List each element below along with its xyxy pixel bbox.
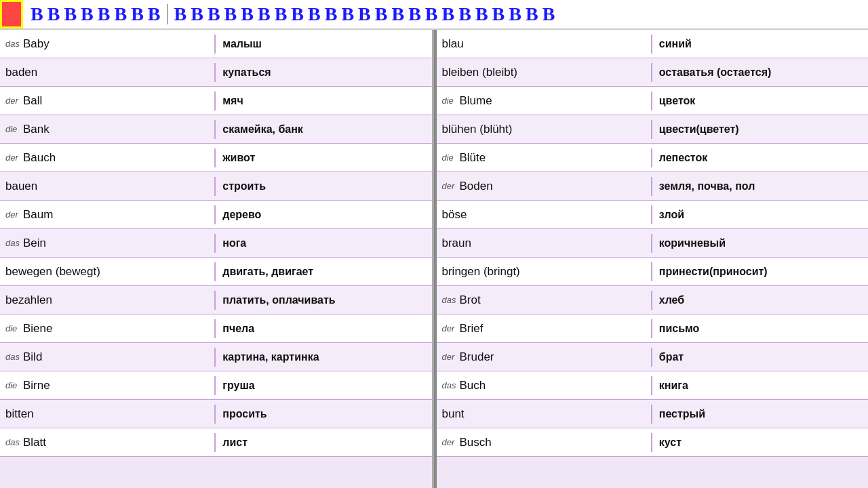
german-cell: derBrief <box>437 319 652 338</box>
german-word: Blume <box>460 94 492 108</box>
russian-translation: пестрый <box>652 405 868 423</box>
german-cell: derBruder <box>437 348 652 367</box>
page: BBBBBBBBBBBBBBBBBBBBBBBBBBBBBBB dasBabyм… <box>0 0 868 488</box>
b-letter: B <box>275 3 288 25</box>
table-row: dieBlumeцветок <box>437 87 869 115</box>
german-cell: derBoden <box>437 177 652 196</box>
b-letter: B <box>308 3 321 25</box>
article: das <box>5 39 20 49</box>
german-word: baden <box>5 66 37 79</box>
b-letter: B <box>425 3 438 25</box>
russian-translation: оставатья (остается) <box>652 64 868 81</box>
russian-translation: груша <box>216 377 431 394</box>
table-row: dieBankскамейка, банк <box>0 115 432 144</box>
russian-translation: просить <box>216 405 431 423</box>
table-row: derBuschкуст <box>437 428 869 457</box>
article: das <box>5 437 20 447</box>
russian-translation: платить, оплачивать <box>216 291 431 309</box>
russian-translation: лепесток <box>652 149 868 167</box>
article: das <box>442 380 457 390</box>
b-letter: B <box>258 3 271 25</box>
german-cell: bleiben (bleibt) <box>437 63 652 82</box>
article: der <box>442 323 457 333</box>
russian-translation: хлеб <box>652 291 868 309</box>
german-word: Brot <box>460 293 481 307</box>
german-word: Baby <box>23 37 50 51</box>
german-word: Buch <box>460 379 486 392</box>
article: der <box>5 96 20 106</box>
german-word: bauen <box>5 180 37 193</box>
german-cell: derBall <box>0 92 216 110</box>
german-word: Bild <box>23 350 42 364</box>
russian-translation: мяч <box>216 92 431 110</box>
b-letter: B <box>542 3 555 25</box>
b-letter: B <box>509 3 521 25</box>
russian-translation: пчела <box>216 320 431 338</box>
b-letter: B <box>114 3 127 25</box>
russian-translation: коричневый <box>652 235 868 252</box>
german-cell: bringen (bringt) <box>437 262 652 281</box>
russian-translation: нога <box>216 235 431 252</box>
german-word: braun <box>442 237 471 250</box>
russian-translation: строить <box>216 178 431 195</box>
german-cell: dasBild <box>0 348 216 367</box>
russian-translation: малыш <box>216 35 431 53</box>
b-letter: B <box>375 3 388 25</box>
german-word: Bruder <box>460 350 494 364</box>
german-cell: blühen (blüht) <box>437 120 652 139</box>
german-word: blau <box>442 37 464 51</box>
russian-translation: принести(приносит) <box>652 263 868 281</box>
article: das <box>442 295 457 305</box>
table-row: derBriefписьмо <box>437 314 869 343</box>
b-letter: B <box>64 3 77 25</box>
article: die <box>5 380 20 390</box>
article: das <box>5 238 20 248</box>
main-content: dasBabyмалышbadenкупатьсяderBallмячdieBa… <box>0 30 868 488</box>
german-cell: bauen <box>0 177 216 196</box>
b-letter: B <box>391 3 404 25</box>
table-row: dasBlattлист <box>0 428 432 457</box>
russian-translation: брат <box>652 348 868 366</box>
russian-translation: земля, почва, пол <box>652 178 868 195</box>
b-letter: B <box>47 3 60 25</box>
russian-translation: живот <box>216 149 431 167</box>
german-cell: derBaum <box>0 205 216 224</box>
table-row: dasBrotхлеб <box>437 286 869 314</box>
german-word: bringen (bringt) <box>442 265 520 279</box>
russian-translation: цветок <box>652 92 868 110</box>
german-word: blühen (blüht) <box>442 123 513 136</box>
table-row: dasBeinнога <box>0 229 432 258</box>
german-word: bitten <box>5 407 34 421</box>
header: BBBBBBBBBBBBBBBBBBBBBBBBBBBBBBB <box>0 0 868 30</box>
table-row: bleiben (bleibt)оставатья (остается) <box>437 58 869 87</box>
table-row: böseзлой <box>437 201 869 229</box>
russian-translation: куст <box>652 434 868 451</box>
table-row: bewegen (bewegt)двигать, двигает <box>0 258 432 286</box>
header-title <box>0 0 23 28</box>
german-cell: dieBank <box>0 120 216 139</box>
article: der <box>5 209 20 220</box>
german-cell: dasBlatt <box>0 433 216 452</box>
german-cell: dasBein <box>0 234 216 253</box>
article: der <box>442 181 457 191</box>
article: der <box>442 352 457 362</box>
german-cell: bezahlen <box>0 291 216 310</box>
russian-translation: цвести(цветет) <box>652 121 868 138</box>
german-word: bewegen (bewegt) <box>5 265 100 279</box>
russian-translation: двигать, двигает <box>216 263 431 281</box>
table-row: derBaumдерево <box>0 201 432 229</box>
right-vocab-table: blauсинийbleiben (bleibt)оставатья (оста… <box>437 30 869 488</box>
german-cell: bewegen (bewegt) <box>0 262 216 281</box>
table-row: derBauchживот <box>0 144 432 172</box>
german-word: böse <box>442 208 467 222</box>
german-word: Boden <box>460 180 493 193</box>
german-cell: bitten <box>0 405 216 424</box>
b-letter: B <box>81 3 94 25</box>
b-letter: B <box>458 3 471 25</box>
table-row: dasBildкартина, картинка <box>0 343 432 371</box>
b-separator <box>167 4 168 24</box>
german-word: Busch <box>460 436 492 449</box>
b-letter: B <box>131 3 144 25</box>
table-row: bauenстроить <box>0 172 432 201</box>
b-letter: B <box>325 3 338 25</box>
